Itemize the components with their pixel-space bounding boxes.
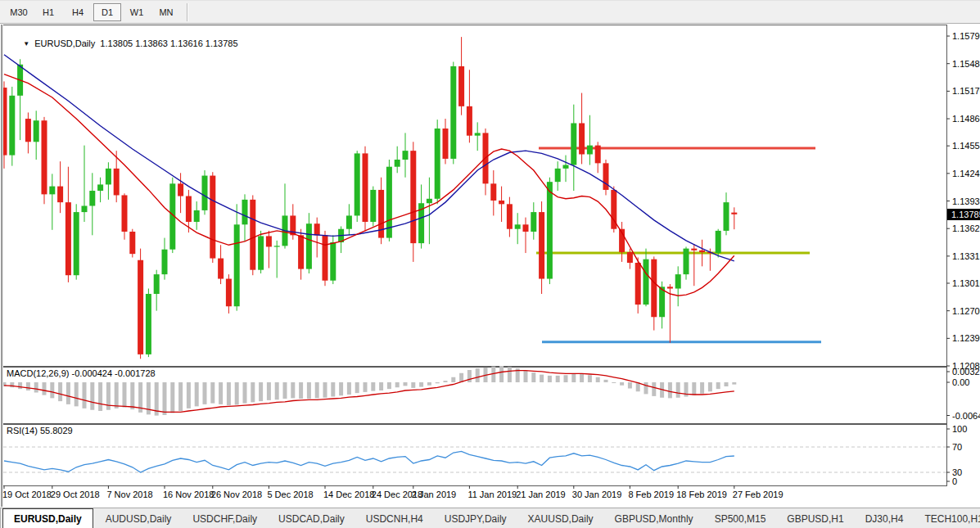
timeframe-button-d1[interactable]: D1 xyxy=(93,3,121,21)
price-axis-label: 1.15790 xyxy=(952,31,980,41)
date-axis-label: 18 Feb 2019 xyxy=(676,490,727,499)
tab-gbpusd-monthly[interactable]: GBPUSD,Monthly xyxy=(604,510,704,528)
tab-usdcad-daily[interactable]: USDCAD,Daily xyxy=(268,510,355,528)
price-axis-label: 1.13935 xyxy=(952,196,980,206)
timeframe-toolbar: M30H1H4D1W1MN xyxy=(0,0,980,24)
chart-ohlc-values: 1.13805 1.13863 1.13616 1.13785 xyxy=(100,38,237,48)
price-axis-label: 1.14860 xyxy=(952,114,980,124)
tab-gbpusd-h1[interactable]: GBPUSD,H1 xyxy=(776,510,854,528)
toolbar-separator xyxy=(187,3,188,21)
chart-symbol-label: EURUSD,Daily xyxy=(34,38,95,48)
tab-dj30-h4[interactable]: DJ30,H4 xyxy=(855,510,915,528)
window-left-edge xyxy=(1,25,3,507)
rsi-axis-label: 0 xyxy=(952,476,957,486)
timeframe-button-mn[interactable]: MN xyxy=(152,3,180,21)
timeframe-button-h1[interactable]: H1 xyxy=(34,3,62,21)
timeframe-button-w1[interactable]: W1 xyxy=(123,3,151,21)
chart-tab-bar: EURUSD,DailyAUDUSD,DailyUSDCHF,DailyUSDC… xyxy=(0,508,980,528)
chart-canvas[interactable] xyxy=(0,25,980,507)
date-axis-label: 21 Jan 2019 xyxy=(516,490,566,499)
macd-axis-label: -0.00648 xyxy=(952,411,980,421)
timeframe-button-h4[interactable]: H4 xyxy=(64,3,92,21)
rsi-axis-label: 100 xyxy=(952,424,967,434)
date-axis-label: 11 Jan 2019 xyxy=(467,490,517,499)
price-axis-label: 1.15170 xyxy=(952,86,980,96)
tab-usdchf-daily[interactable]: USDCHF,Daily xyxy=(182,510,268,528)
timeframe-buttons: M30H1H4D1W1MN xyxy=(5,3,192,21)
date-axis-label: 5 Dec 2018 xyxy=(267,490,313,499)
date-axis-label: 30 Jan 2019 xyxy=(572,490,622,499)
date-axis-label: 16 Nov 2018 xyxy=(163,490,214,499)
date-axis-label: 2 Jan 2019 xyxy=(412,490,456,499)
date-axis-label: 27 Feb 2019 xyxy=(733,490,784,499)
tab-audusd-daily[interactable]: AUDUSD,Daily xyxy=(95,510,183,528)
date-axis-label: 8 Feb 2019 xyxy=(628,490,674,499)
price-axis[interactable]: 1.13785 1.157901.154801.151701.148601.14… xyxy=(947,25,980,507)
price-axis-label: 1.12390 xyxy=(952,333,980,343)
tab-xauusd-daily[interactable]: XAUUSD,Daily xyxy=(517,510,604,528)
date-axis-label: 14 Dec 2018 xyxy=(323,490,374,499)
rsi-panel-frame xyxy=(3,425,947,486)
tab-usdjpy-daily[interactable]: USDJPY,Daily xyxy=(434,510,517,528)
tab-sp500-m15[interactable]: SP500,M15 xyxy=(704,510,777,528)
main-panel-frame xyxy=(3,25,947,367)
date-axis[interactable]: 19 Oct 201829 Oct 20187 Nov 201816 Nov 2… xyxy=(0,486,946,506)
macd-indicator-label: MACD(12,26,9) -0.000424 -0.001728 xyxy=(7,368,156,378)
trading-terminal-window: M30H1H4D1W1MN ▼EURUSD,Daily 1.13805 1.13… xyxy=(0,0,980,528)
rsi-axis-label: 70 xyxy=(952,442,962,452)
tab-eurusd-daily[interactable]: EURUSD,Daily xyxy=(2,508,93,528)
date-axis-label: 29 Oct 2018 xyxy=(51,490,100,499)
rsi-indicator-label: RSI(14) 55.8029 xyxy=(7,426,73,435)
price-axis-label: 1.14245 xyxy=(952,169,980,178)
macd-axis-label: 0.003216 xyxy=(952,367,980,377)
price-axis-label: 1.13315 xyxy=(952,251,980,261)
price-axis-label: 1.12700 xyxy=(952,306,980,316)
price-axis-label: 1.13625 xyxy=(952,223,980,233)
tab-usdcnh-h4[interactable]: USDCNH,H4 xyxy=(355,510,434,528)
price-axis-label: 1.13010 xyxy=(952,278,980,288)
date-axis-label: 26 Nov 2018 xyxy=(211,490,262,499)
chart-area[interactable]: ▼EURUSD,Daily 1.13805 1.13863 1.13616 1.… xyxy=(0,25,980,507)
tab-tech100-h1[interactable]: TECH100,H1 xyxy=(914,510,980,528)
date-axis-label: 7 Nov 2018 xyxy=(106,490,152,499)
price-axis-label: 1.14555 xyxy=(952,141,980,151)
current-price-tag: 1.13785 xyxy=(947,209,980,220)
chart-dropdown-icon: ▼ xyxy=(23,40,29,47)
timeframe-button-m30[interactable]: M30 xyxy=(5,3,33,21)
price-axis-label: 1.15480 xyxy=(952,59,980,69)
date-axis-label: 19 Oct 2018 xyxy=(2,490,52,499)
tab-bar-stub xyxy=(0,508,1,528)
macd-axis-label: 0.00 xyxy=(952,377,969,387)
chart-title: ▼EURUSD,Daily 1.13805 1.13863 1.13616 1.… xyxy=(8,29,238,58)
